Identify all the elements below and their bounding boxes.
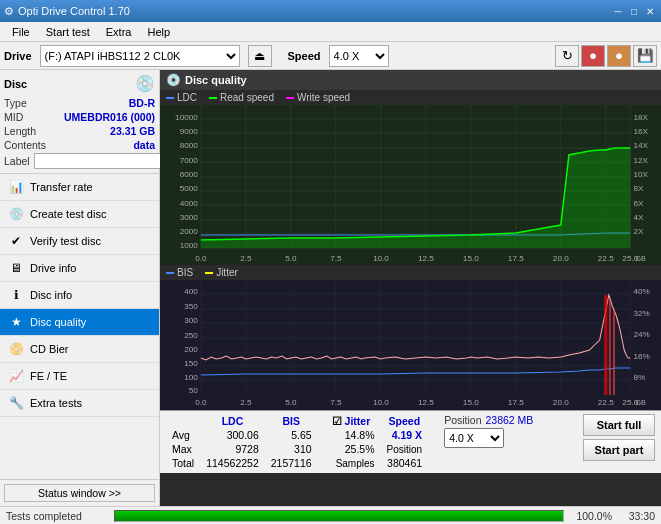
read-speed-label: Read speed bbox=[220, 92, 274, 103]
svg-text:9000: 9000 bbox=[180, 127, 199, 136]
sidebar-item-extra-tests[interactable]: 🔧 Extra tests bbox=[0, 390, 159, 417]
cd-bier-icon: 📀 bbox=[8, 341, 24, 357]
disc-quality-icon: ★ bbox=[8, 314, 24, 330]
extra-tests-icon: 🔧 bbox=[8, 395, 24, 411]
svg-text:24%: 24% bbox=[633, 330, 649, 339]
svg-text:2.5: 2.5 bbox=[240, 254, 252, 263]
top-chart-svg: 10000 9000 8000 7000 6000 5000 4000 3000… bbox=[160, 105, 661, 265]
menu-start-test[interactable]: Start test bbox=[38, 24, 98, 40]
svg-text:5.0: 5.0 bbox=[285, 398, 297, 407]
svg-text:15.0: 15.0 bbox=[463, 254, 479, 263]
progress-label: 100.0% bbox=[572, 510, 612, 522]
menu-file[interactable]: File bbox=[4, 24, 38, 40]
eject-button[interactable]: ⏏ bbox=[248, 45, 272, 67]
chart-title: Disc quality bbox=[185, 74, 247, 86]
stats-right-panel: Position 23862 MB 4.0 X 1.0 X 2.0 X 8.0 … bbox=[444, 414, 533, 452]
sidebar-item-verify-test-disc-label: Verify test disc bbox=[30, 235, 101, 247]
drive-icon-btn-3[interactable]: ● bbox=[607, 45, 631, 67]
avg-speed: 4.19 X bbox=[381, 428, 429, 442]
sidebar-item-transfer-rate-label: Transfer rate bbox=[30, 181, 93, 193]
sidebar-item-fe-te-label: FE / TE bbox=[30, 370, 67, 382]
svg-text:12.5: 12.5 bbox=[418, 254, 434, 263]
disc-contents-row: Contents data bbox=[4, 139, 155, 151]
svg-text:GB: GB bbox=[635, 399, 646, 406]
svg-text:1000: 1000 bbox=[180, 241, 199, 250]
speed-select-row: 4.0 X 1.0 X 2.0 X 8.0 X bbox=[444, 428, 533, 448]
bottom-chart: 400 350 300 250 200 150 100 50 40% 32% 2… bbox=[160, 280, 661, 410]
content-area: 💿 Disc quality LDC Read speed Write spee… bbox=[160, 70, 661, 506]
svg-text:150: 150 bbox=[184, 359, 198, 368]
total-samples-label: Samples bbox=[330, 456, 381, 470]
menu-extra[interactable]: Extra bbox=[98, 24, 140, 40]
drive-icon-btn-2[interactable]: ● bbox=[581, 45, 605, 67]
write-speed-dot bbox=[286, 97, 294, 99]
sidebar-item-fe-te[interactable]: 📈 FE / TE bbox=[0, 363, 159, 390]
drive-icon-btn-1[interactable]: ↻ bbox=[555, 45, 579, 67]
svg-text:8X: 8X bbox=[633, 184, 644, 193]
svg-text:12X: 12X bbox=[633, 156, 648, 165]
sidebar-item-drive-info[interactable]: 🖥 Drive info bbox=[0, 255, 159, 282]
disc-mid-label: MID bbox=[4, 111, 23, 123]
label-input[interactable] bbox=[34, 153, 167, 169]
start-full-button[interactable]: Start full bbox=[583, 414, 655, 436]
sidebar-item-create-test-disc[interactable]: 💿 Create test disc bbox=[0, 201, 159, 228]
total-label: Total bbox=[166, 456, 200, 470]
drive-info-icon: 🖥 bbox=[8, 260, 24, 276]
sidebar-item-disc-quality-label: Disc quality bbox=[30, 316, 86, 328]
total-bis: 2157116 bbox=[265, 456, 318, 470]
drive-select[interactable]: (F:) ATAPI iHBS112 2 CL0K bbox=[40, 45, 240, 67]
svg-text:10X: 10X bbox=[633, 170, 648, 179]
disc-length-value: 23.31 GB bbox=[110, 125, 155, 137]
svg-text:400: 400 bbox=[184, 287, 198, 296]
minimize-button[interactable]: ─ bbox=[611, 4, 625, 18]
stats-col-ldc: LDC bbox=[200, 414, 265, 428]
sidebar-item-drive-info-label: Drive info bbox=[30, 262, 76, 274]
svg-text:16X: 16X bbox=[633, 127, 648, 136]
svg-text:6000: 6000 bbox=[180, 170, 199, 179]
svg-text:20.0: 20.0 bbox=[553, 398, 569, 407]
title-bar: ⚙ Opti Drive Control 1.70 ─ □ ✕ bbox=[0, 0, 661, 22]
maximize-button[interactable]: □ bbox=[627, 4, 641, 18]
max-bis: 310 bbox=[265, 442, 318, 456]
disc-type-value: BD-R bbox=[129, 97, 155, 109]
svg-text:250: 250 bbox=[184, 331, 198, 340]
save-button[interactable]: 💾 bbox=[633, 45, 657, 67]
chart-header-icon: 💿 bbox=[166, 73, 181, 87]
speed-dropdown[interactable]: 4.0 X 1.0 X 2.0 X 8.0 X bbox=[444, 428, 504, 448]
disc-length-label: Length bbox=[4, 125, 36, 137]
legend-write-speed: Write speed bbox=[286, 92, 350, 103]
bottom-chart-svg: 400 350 300 250 200 150 100 50 40% 32% 2… bbox=[160, 280, 661, 410]
sidebar-item-transfer-rate[interactable]: 📊 Transfer rate bbox=[0, 174, 159, 201]
main-layout: Disc 💿 Type BD-R MID UMEBDR016 (000) Len… bbox=[0, 70, 661, 506]
chart-header: 💿 Disc quality bbox=[160, 70, 661, 90]
svg-text:4000: 4000 bbox=[180, 199, 199, 208]
disc-mid-row: MID UMEBDR016 (000) bbox=[4, 111, 155, 123]
start-part-button[interactable]: Start part bbox=[583, 439, 655, 461]
svg-text:7.5: 7.5 bbox=[330, 398, 342, 407]
status-bar: Tests completed 100.0% 33:30 bbox=[0, 506, 661, 524]
label-field-label: Label bbox=[4, 155, 30, 167]
legend-bis: BIS bbox=[166, 267, 193, 278]
sidebar-item-disc-quality[interactable]: ★ Disc quality bbox=[0, 309, 159, 336]
drive-bar: Drive (F:) ATAPI iHBS112 2 CL0K ⏏ Speed … bbox=[0, 42, 661, 70]
jitter-checkbox[interactable]: ☑ bbox=[332, 415, 342, 427]
sidebar-item-cd-bier[interactable]: 📀 CD Bier bbox=[0, 336, 159, 363]
avg-bis: 5.65 bbox=[265, 428, 318, 442]
stats-col-empty bbox=[166, 414, 200, 428]
max-gap bbox=[318, 442, 330, 456]
top-chart: 10000 9000 8000 7000 6000 5000 4000 3000… bbox=[160, 105, 661, 265]
avg-jitter: 14.8% bbox=[330, 428, 381, 442]
status-window-button[interactable]: Status window >> bbox=[4, 484, 155, 502]
sidebar-item-cd-bier-label: CD Bier bbox=[30, 343, 69, 355]
speed-select[interactable]: 4.0 X 1.0 X 2.0 X 8.0 X bbox=[329, 45, 389, 67]
close-button[interactable]: ✕ bbox=[643, 4, 657, 18]
jitter-col-label: Jitter bbox=[345, 415, 371, 427]
position-value: 23862 MB bbox=[485, 414, 533, 426]
sidebar-item-disc-info-label: Disc info bbox=[30, 289, 72, 301]
disc-mid-value: UMEBDR016 (000) bbox=[64, 111, 155, 123]
svg-text:40%: 40% bbox=[633, 287, 649, 296]
sidebar-item-disc-info[interactable]: ℹ Disc info bbox=[0, 282, 159, 309]
sidebar-item-verify-test-disc[interactable]: ✔ Verify test disc bbox=[0, 228, 159, 255]
svg-text:10000: 10000 bbox=[175, 113, 198, 122]
menu-help[interactable]: Help bbox=[139, 24, 178, 40]
